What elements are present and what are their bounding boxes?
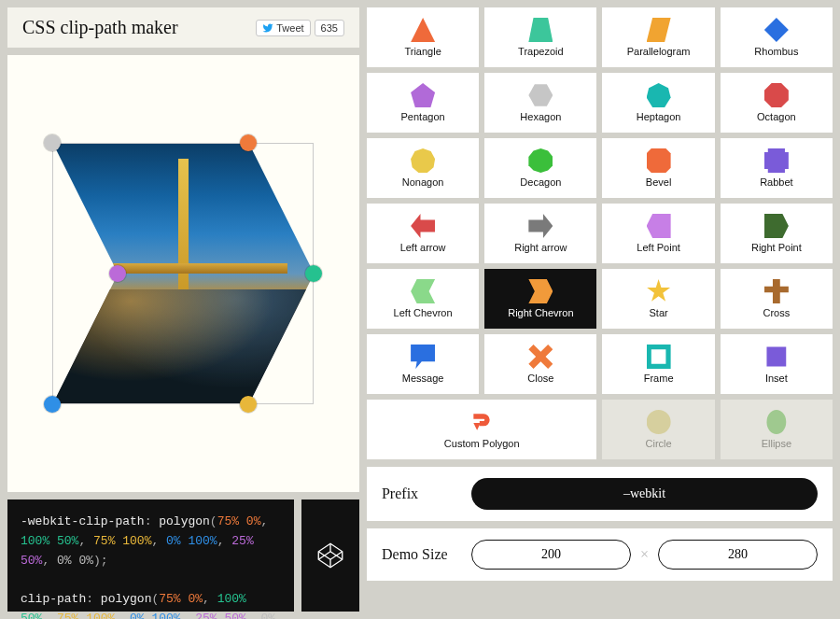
- shape-heptagon[interactable]: Heptagon: [602, 73, 714, 133]
- handle-3[interactable]: [44, 396, 61, 413]
- shape-label: Cross: [763, 307, 791, 318]
- shape-label: Hexagon: [520, 111, 561, 122]
- nonagon-icon: [411, 148, 435, 173]
- octagon-icon: [764, 83, 789, 107]
- shape-label: Message: [402, 373, 444, 384]
- shape-custom-polygon[interactable]: Custom Polygon: [367, 400, 597, 459]
- shape-label: Ellipse: [762, 438, 791, 449]
- shape-label: Left Point: [637, 242, 679, 253]
- prefix-row: Prefix –webkit: [367, 467, 833, 521]
- left-chevron-icon: [411, 279, 435, 303]
- handle-0[interactable]: [240, 134, 257, 151]
- shape-star[interactable]: Star: [602, 269, 714, 329]
- shape-label: Rabbet: [760, 176, 792, 188]
- demo-width-input[interactable]: [471, 540, 631, 570]
- shape-left-arrow[interactable]: Left arrow: [367, 204, 479, 263]
- shape-label: Left Chevron: [394, 307, 453, 318]
- shape-label: Close: [527, 373, 553, 384]
- custom-polygon-icon: [469, 410, 494, 434]
- shape-label: Heptagon: [637, 111, 681, 122]
- ellipse-icon: [764, 410, 789, 434]
- shape-inset[interactable]: Inset: [721, 334, 833, 394]
- bevel-icon: [647, 148, 671, 173]
- codepen-icon: [315, 540, 346, 571]
- shape-left-chevron[interactable]: Left Chevron: [367, 269, 479, 329]
- cross-icon: [764, 279, 789, 303]
- tweet-button[interactable]: Tweet: [256, 20, 310, 36]
- handle-2[interactable]: [240, 396, 257, 413]
- right-arrow-icon: [528, 214, 553, 238]
- header: CSS clip-path maker Tweet 635: [7, 7, 359, 48]
- shape-left-point[interactable]: Left Point: [602, 204, 714, 263]
- shape-rabbet[interactable]: Rabbet: [721, 138, 833, 198]
- shape-label: Circle: [646, 438, 672, 449]
- shape-triangle[interactable]: Triangle: [367, 7, 479, 67]
- shape-parallelogram[interactable]: Parallelogram: [602, 7, 714, 67]
- shape-label: Left arrow: [400, 242, 446, 253]
- shape-label: Parallelogram: [627, 46, 691, 57]
- inset-icon: [764, 345, 789, 369]
- shape-label: Star: [650, 307, 668, 318]
- shape-right-arrow[interactable]: Right arrow: [484, 204, 596, 263]
- clip-canvas[interactable]: [7, 55, 359, 492]
- size-separator: ×: [640, 546, 649, 563]
- shape-nonagon[interactable]: Nonagon: [367, 138, 479, 198]
- demo-size-label: Demo Size: [382, 546, 456, 563]
- left-arrow-icon: [411, 214, 435, 238]
- decagon-icon: [528, 148, 553, 173]
- prefix-label: Prefix: [382, 485, 456, 502]
- shape-label: Right Chevron: [508, 307, 573, 318]
- shape-trapezoid[interactable]: Trapezoid: [484, 7, 596, 67]
- shape-label: Trapezoid: [518, 46, 564, 57]
- left-point-icon: [647, 214, 671, 238]
- prefix-toggle[interactable]: –webkit: [471, 478, 818, 510]
- shape-frame[interactable]: Frame: [602, 334, 714, 394]
- shape-close[interactable]: Close: [484, 334, 596, 394]
- close-icon: [528, 345, 553, 369]
- pentagon-icon: [411, 83, 435, 107]
- shape-label: Frame: [644, 373, 674, 384]
- shape-label: Octagon: [757, 111, 796, 122]
- triangle-icon: [411, 18, 435, 42]
- page-title: CSS clip-path maker: [22, 17, 178, 38]
- rhombus-icon: [764, 18, 789, 42]
- circle-icon: [647, 410, 671, 434]
- right-chevron-icon: [528, 279, 553, 303]
- shape-label: Custom Polygon: [444, 438, 520, 449]
- shape-label: Right arrow: [514, 242, 567, 253]
- shape-label: Nonagon: [402, 176, 444, 188]
- shape-bevel[interactable]: Bevel: [602, 138, 714, 198]
- shape-label: Triangle: [404, 46, 441, 57]
- shape-label: Rhombus: [754, 46, 798, 57]
- shape-label: Pentagon: [401, 111, 445, 122]
- clip-preview-image: [52, 143, 314, 404]
- shape-pentagon[interactable]: Pentagon: [367, 73, 479, 133]
- shape-label: Inset: [765, 373, 788, 384]
- tweet-widget: Tweet 635: [256, 20, 344, 36]
- export-codepen-button[interactable]: [301, 499, 359, 612]
- rabbet-icon: [764, 148, 789, 173]
- demo-size-row: Demo Size ×: [367, 528, 833, 581]
- demo-height-input[interactable]: [658, 540, 818, 570]
- twitter-icon: [262, 22, 273, 34]
- shape-message[interactable]: Message: [367, 334, 479, 394]
- shape-right-chevron[interactable]: Right Chevron: [484, 269, 596, 329]
- shape-rhombus[interactable]: Rhombus: [721, 7, 833, 67]
- handle-1[interactable]: [305, 265, 322, 282]
- heptagon-icon: [647, 83, 671, 107]
- message-icon: [411, 345, 435, 369]
- shape-cross[interactable]: Cross: [721, 269, 833, 329]
- code-output[interactable]: -webkit-clip-path: polygon(75% 0%, 100% …: [7, 499, 294, 612]
- shape-decagon[interactable]: Decagon: [484, 138, 596, 198]
- clip-stage[interactable]: [52, 143, 314, 404]
- right-point-icon: [764, 214, 789, 238]
- hexagon-icon: [528, 83, 553, 107]
- frame-icon: [647, 345, 671, 369]
- shape-grid: TriangleTrapezoidParallelogramRhombusPen…: [367, 7, 833, 459]
- shape-hexagon[interactable]: Hexagon: [484, 73, 596, 133]
- shape-label: Bevel: [646, 176, 672, 188]
- shape-right-point[interactable]: Right Point: [721, 204, 833, 263]
- shape-label: Decagon: [520, 176, 561, 188]
- shape-octagon[interactable]: Octagon: [721, 73, 833, 133]
- trapezoid-icon: [528, 18, 553, 42]
